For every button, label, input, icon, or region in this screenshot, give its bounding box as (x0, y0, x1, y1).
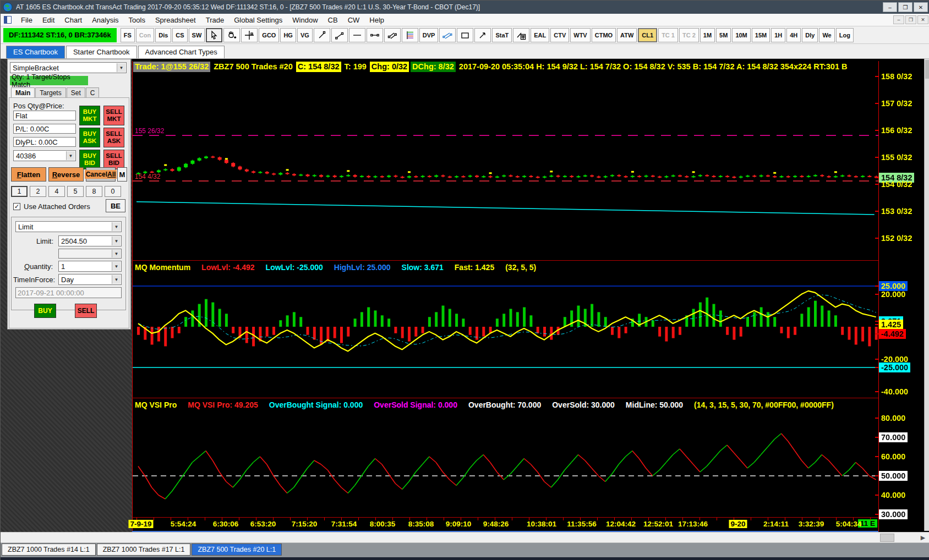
reverse-button[interactable]: Reverse (48, 167, 84, 182)
cursor-icon[interactable] (206, 28, 222, 42)
toolbar-button-dvp[interactable]: DVP (419, 28, 439, 42)
cancel-all-button[interactable]: CancelAll (86, 167, 116, 182)
chevron-down-icon[interactable]: ▼ (112, 222, 121, 231)
chevron-down-icon[interactable]: ▼ (66, 151, 75, 160)
toolbar-button-we[interactable]: We (819, 28, 834, 42)
checkbox-checked-icon[interactable]: ✓ (13, 203, 20, 210)
sell-bid-button[interactable]: SELLBID (103, 150, 124, 169)
panel-tab-set[interactable]: Set (67, 87, 85, 98)
account-select[interactable]: 40386▼ (13, 150, 76, 161)
trendline-icon[interactable] (314, 28, 330, 42)
buy-ask-button[interactable]: BUYASK (79, 128, 100, 147)
mdi-minimize-button[interactable]: – (893, 15, 904, 24)
crosshair-icon[interactable] (241, 28, 258, 42)
use-attached-orders[interactable]: ✓ Use Attached Orders (13, 202, 90, 211)
flatten-button[interactable]: Flatten (11, 167, 46, 182)
qty-preset-4[interactable]: 4 (48, 186, 65, 197)
toolbar-button-gco[interactable]: GCO (259, 28, 279, 42)
menu-chart[interactable]: Chart (59, 15, 87, 25)
position-field[interactable]: Flat (13, 111, 76, 120)
toolbar-button-vg[interactable]: VG (297, 28, 313, 42)
toolbar-button-eal[interactable]: EAL (531, 28, 549, 42)
toolbar-button-dly[interactable]: Dly (802, 28, 818, 42)
toolbar-button-atw[interactable]: ATW (617, 28, 637, 42)
channel-icon[interactable] (439, 28, 456, 42)
order-type-select[interactable]: Limit▼ (15, 221, 122, 232)
toolbar-button-10m[interactable]: 10M (732, 28, 750, 42)
strategy-select[interactable]: SimpleBracket▼ (10, 62, 127, 73)
parallel-lines-icon[interactable] (384, 28, 401, 42)
tab-advanced-chart-types[interactable]: Advanced Chart Types (138, 46, 225, 58)
line-calc-icon[interactable] (513, 28, 529, 42)
be-button[interactable]: BE (106, 199, 125, 212)
toolbar-button-sw[interactable]: SW (189, 28, 205, 42)
menu-file[interactable]: File (16, 15, 37, 25)
pan-hand-icon[interactable] (223, 28, 240, 42)
qty-preset-0[interactable]: 0 (105, 186, 121, 197)
chevron-down-icon[interactable]: ▼ (117, 63, 125, 72)
horizontal-scrollbar-thumb[interactable] (880, 534, 894, 542)
ray-line-icon[interactable] (331, 28, 348, 42)
qty-preset-2[interactable]: 2 (30, 186, 46, 197)
fib-retracement-icon[interactable] (402, 28, 418, 42)
sell-mkt-button[interactable]: SELLMKT (103, 106, 124, 125)
qty-preset-8[interactable]: 8 (86, 186, 102, 197)
scroll-right-arrow-icon[interactable]: ▶ (919, 534, 927, 542)
chart-tab-2[interactable]: ZBZ7 1000 Trades #17 L:1 (97, 543, 191, 556)
menu-cw[interactable]: CW (343, 15, 365, 25)
toolbar-button-ctv[interactable]: CTV (550, 28, 569, 42)
vertical-scrollbar-thumb[interactable] (925, 60, 929, 79)
toolbar-button-hg[interactable]: HG (280, 28, 296, 42)
dlypl-field[interactable]: DlyPL: 0.00C (13, 137, 76, 147)
menu-edit[interactable]: Edit (37, 15, 59, 25)
pl-field[interactable]: P/L: 0.00C (13, 124, 76, 134)
toolbar-button-log[interactable]: Log (836, 28, 854, 42)
sell-ask-button[interactable]: SELLASK (103, 128, 124, 147)
menu-help[interactable]: Help (364, 15, 389, 25)
chevron-down-icon[interactable]: ▼ (112, 237, 121, 245)
menu-global-settings[interactable]: Global Settings (229, 15, 287, 25)
limit-price-select[interactable]: 2504.50▼ (58, 235, 122, 246)
horizontal-line-icon[interactable] (349, 28, 365, 42)
toolbar-button-4h[interactable]: 4H (786, 28, 801, 42)
panel-tab-main[interactable]: Main (11, 87, 35, 98)
toolbar-button-1m[interactable]: 1M (700, 28, 715, 42)
mdi-restore-button[interactable]: ❐ (905, 15, 916, 24)
chart-tab-3[interactable]: ZBZ7 500 Trades #20 L:1 (192, 543, 282, 556)
vsi-chart-canvas[interactable] (133, 411, 878, 517)
tab-es-chartbook[interactable]: ES Chartbook (6, 46, 65, 58)
qty-preset-1[interactable]: 1 (11, 186, 28, 197)
tif-select[interactable]: Day▼ (58, 274, 122, 285)
menu-tools[interactable]: Tools (124, 15, 150, 25)
maximize-button[interactable]: ❐ (898, 2, 912, 12)
toolbar-button-fs[interactable]: FS (121, 28, 135, 42)
toolbar-button-15m[interactable]: 15M (752, 28, 770, 42)
quantity-stepper[interactable]: 1▼ (58, 261, 122, 272)
sell-button[interactable]: SELL (75, 304, 97, 318)
panel-tab-c[interactable]: C (86, 87, 100, 98)
menu-spreadsheet[interactable]: Spreadsheet (150, 15, 201, 25)
toolbar-button-cs[interactable]: CS (172, 28, 187, 42)
toolbar-button-5m[interactable]: 5M (716, 28, 731, 42)
line-segment-icon[interactable] (367, 28, 383, 42)
menu-trade[interactable]: Trade (201, 15, 229, 25)
toolbar-button-wtv[interactable]: WTV (570, 28, 590, 42)
momentum-chart-canvas[interactable] (133, 273, 878, 398)
menu-cb[interactable]: CB (323, 15, 343, 25)
menu-window[interactable]: Window (287, 15, 323, 25)
toolbar-button-stat[interactable]: StaT (492, 28, 512, 42)
m-button[interactable]: M (117, 167, 127, 182)
toolbar-button-dis[interactable]: Dis (155, 28, 171, 42)
close-button[interactable]: ✕ (914, 2, 928, 12)
rectangle-icon[interactable] (457, 28, 473, 42)
pane-separator[interactable] (132, 260, 878, 261)
minimize-button[interactable]: – (883, 2, 897, 12)
buy-button[interactable]: BUY (34, 304, 56, 318)
mdi-close-button[interactable]: ✕ (917, 15, 928, 24)
toolbar-button-ctmo[interactable]: CTMO (592, 28, 616, 42)
buy-bid-button[interactable]: BUYBID (79, 150, 100, 169)
chart-tab-1[interactable]: ZBZ7 1000 Trades #14 L:1 (2, 543, 96, 556)
toolbar-button-cl1[interactable]: CL1 (638, 28, 657, 42)
qty-preset-5[interactable]: 5 (67, 186, 84, 197)
buy-mkt-button[interactable]: BUYMKT (79, 106, 100, 125)
